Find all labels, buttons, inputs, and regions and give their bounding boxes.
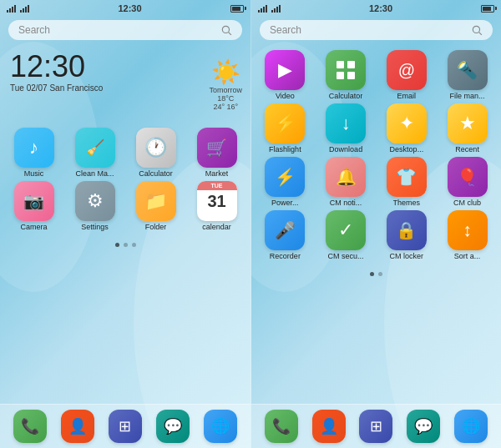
signal-indicators xyxy=(7,4,29,13)
svg-rect-6 xyxy=(337,72,344,79)
app-cleanmaster[interactable]: 🧹 Clean Ma... xyxy=(66,128,124,178)
weather-temp: 18°C xyxy=(209,94,242,103)
app-icon-download: ↓ xyxy=(326,103,366,143)
dock-icon-browser-left: 🌐 xyxy=(204,410,237,443)
app-camera[interactable]: 📷 Camera xyxy=(5,181,63,231)
app-label-music: Music xyxy=(24,169,44,178)
app-label-fileman: File man... xyxy=(450,92,485,100)
app-label-cmlocker: CM locker xyxy=(390,252,424,260)
calc-grid-icon xyxy=(335,59,357,81)
search-bar-left[interactable]: Search xyxy=(8,20,242,40)
app-label-cmnotif: CM noti... xyxy=(330,199,362,207)
app-icon-video: ▶ xyxy=(265,50,305,90)
app-label-settings: Settings xyxy=(81,223,109,231)
dock-messages-left[interactable]: 💬 xyxy=(156,410,190,443)
clock-time: 12:30 xyxy=(10,52,240,82)
dot-3 xyxy=(132,243,136,247)
status-bar-left: 12:30 xyxy=(0,0,250,17)
app-icon-calculator-r xyxy=(326,50,366,90)
app-icon-calendar: TUE 31 xyxy=(197,181,237,221)
status-time-left: 12:30 xyxy=(118,3,141,13)
dock-icon-apps-left: ⊞ xyxy=(109,410,142,443)
app-icon-settings: ⚙ xyxy=(75,181,115,221)
app-recorder[interactable]: 🎤 Recorder xyxy=(256,210,314,260)
app-video[interactable]: ▶ Video xyxy=(256,50,314,100)
app-cmnotif[interactable]: 🔔 CM noti... xyxy=(317,157,375,207)
dock-phone-right[interactable]: 📞 xyxy=(265,410,298,443)
dock-contacts-left[interactable]: 👤 xyxy=(61,410,94,443)
dock-apps-right[interactable]: ⊞ xyxy=(359,410,392,443)
app-icon-folder: 📁 xyxy=(136,181,176,221)
app-calendar[interactable]: TUE 31 calendar xyxy=(188,181,245,231)
app-label-market: Market xyxy=(205,169,229,178)
search-placeholder-right: Search xyxy=(270,24,301,36)
app-download[interactable]: ↓ Download xyxy=(317,103,375,154)
app-icon-power: ⚡ xyxy=(265,157,305,197)
svg-point-2 xyxy=(473,26,479,33)
weather-tomorrow-label: Tomorrow xyxy=(209,86,242,94)
app-icon-desktop: ✦ xyxy=(387,103,427,143)
app-calculator-r[interactable]: Calculator xyxy=(317,50,375,100)
bottom-dock-left: 📞 👤 ⊞ 💬 🌐 xyxy=(0,404,250,448)
app-market[interactable]: 🛒 Market xyxy=(188,128,245,178)
dot-r2 xyxy=(378,272,382,276)
right-screen: 12:30 Search ▶ Video xyxy=(250,0,501,448)
svg-line-3 xyxy=(479,33,482,35)
app-label-themes: Themes xyxy=(393,199,421,207)
app-icon-cleanmaster: 🧹 xyxy=(75,128,115,168)
bottom-dock-right: 📞 👤 ⊞ 💬 🌐 xyxy=(251,404,501,448)
app-label-desktop: Desktop... xyxy=(390,145,424,154)
app-icon-cmsec: ✓ xyxy=(326,210,366,250)
dock-icon-messages-left: 💬 xyxy=(156,410,190,443)
app-icon-flashlight: ⚡ xyxy=(265,103,305,143)
signal-icon-r2 xyxy=(271,4,281,13)
app-cmsec[interactable]: ✓ CM secu... xyxy=(317,210,375,260)
app-recent[interactable]: ★ Recent xyxy=(438,103,496,154)
app-cmlocker[interactable]: 🔒 CM locker xyxy=(378,210,436,260)
search-bar-right[interactable]: Search xyxy=(260,20,493,40)
dock-contacts-right[interactable]: 👤 xyxy=(312,410,346,443)
clock-date: Tue 02/07 San Francisco xyxy=(10,83,240,93)
app-label-flashlight: Flashlight xyxy=(269,145,301,154)
dock-browser-right[interactable]: 🌐 xyxy=(454,410,488,443)
app-power[interactable]: ⚡ Power... xyxy=(256,157,314,207)
app-calculator-left[interactable]: 🕐 Calculator xyxy=(127,128,185,178)
dock-phone-left[interactable]: 📞 xyxy=(13,410,47,443)
battery-icon-right xyxy=(481,5,494,13)
signal-icon2 xyxy=(20,4,29,13)
dock-browser-left[interactable]: 🌐 xyxy=(204,410,237,443)
app-icon-cmnotif: 🔔 xyxy=(326,157,366,197)
app-email[interactable]: @ Email xyxy=(378,50,436,100)
status-bar-right: 12:30 xyxy=(251,0,501,17)
app-label-download: Download xyxy=(329,145,362,154)
app-folder[interactable]: 📁 Folder xyxy=(127,181,185,231)
app-settings[interactable]: ⚙ Settings xyxy=(66,181,124,231)
app-music[interactable]: ♪ Music xyxy=(5,128,63,178)
app-fileman[interactable]: 🔦 File man... xyxy=(438,50,496,100)
svg-point-0 xyxy=(222,26,229,33)
app-icon-cmclub: 🎈 xyxy=(448,157,488,197)
dock-icon-messages-right: 💬 xyxy=(407,410,440,443)
page-dots-left xyxy=(0,238,250,252)
app-label-recent: Recent xyxy=(455,145,479,154)
app-cmclub[interactable]: 🎈 CM club xyxy=(438,157,496,207)
app-label-calendar: calendar xyxy=(202,223,231,231)
svg-line-1 xyxy=(229,33,231,35)
app-grid-right: ▶ Video Calculator @ Email 🔦 xyxy=(251,43,501,267)
signal-icon xyxy=(7,4,16,13)
app-icon-camera: 📷 xyxy=(14,181,54,221)
dock-messages-right[interactable]: 💬 xyxy=(407,410,440,443)
app-label-camera: Camera xyxy=(20,223,47,231)
dock-icon-phone-left: 📞 xyxy=(13,410,47,443)
app-flashlight[interactable]: ⚡ Flashlight xyxy=(256,103,314,154)
svg-rect-7 xyxy=(347,72,355,79)
app-themes[interactable]: 👕 Themes xyxy=(378,157,436,207)
dot-1 xyxy=(115,243,119,247)
app-sort[interactable]: ↕ Sort a... xyxy=(438,210,496,260)
app-desktop[interactable]: ✦ Desktop... xyxy=(378,103,436,154)
app-icon-sort: ↕ xyxy=(448,210,488,250)
signal-indicators-right xyxy=(258,4,281,13)
search-placeholder-left: Search xyxy=(18,24,50,36)
dock-apps-left[interactable]: ⊞ xyxy=(109,410,142,443)
dock-icon-contacts-left: 👤 xyxy=(61,410,94,443)
